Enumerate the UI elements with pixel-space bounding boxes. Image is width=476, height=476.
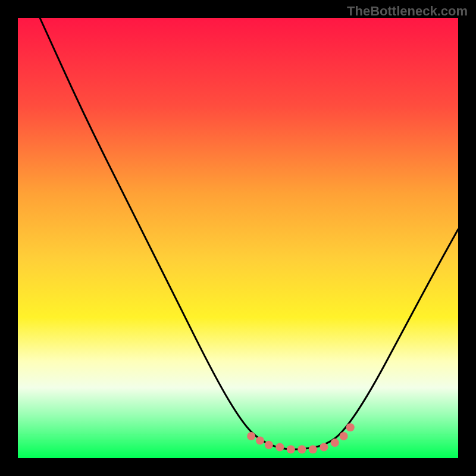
optimal-marker [298,445,306,453]
optimal-marker [247,432,255,440]
optimal-marker [275,443,284,452]
bottleneck-curve-path [40,18,458,449]
optimal-marker [287,445,295,453]
optimal-marker [320,443,328,452]
watermark-text: TheBottleneck.com [347,4,468,19]
optimal-marker [265,441,273,449]
optimal-marker [256,436,264,444]
optimal-marker [346,423,355,431]
chart-container: TheBottleneck.com [0,0,476,476]
plot-area [18,18,458,458]
optimal-marker [340,432,348,440]
marker-group [247,423,355,453]
optimal-marker [309,445,317,453]
curve-group [40,18,458,449]
optimal-marker [331,439,339,447]
bottleneck-curve-svg [18,18,458,458]
